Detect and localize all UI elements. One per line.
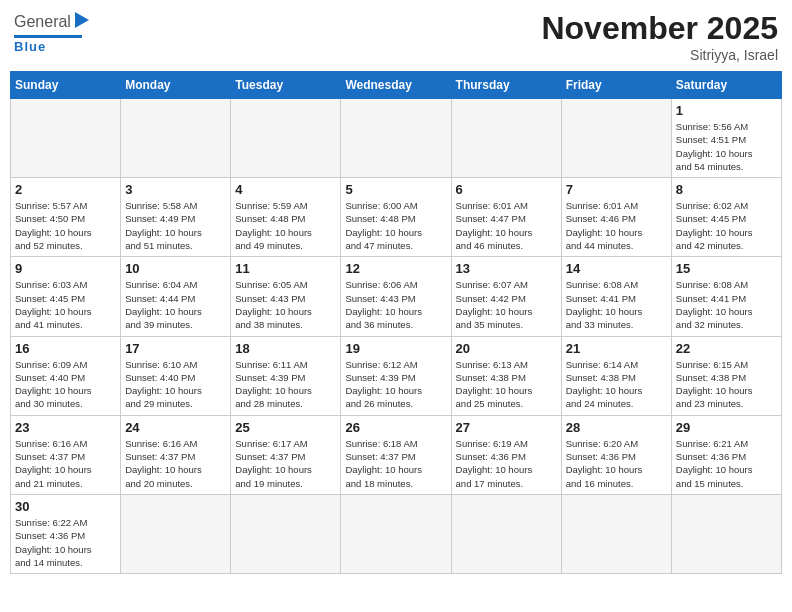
- day-number: 23: [15, 420, 116, 435]
- calendar-day-cell: [121, 99, 231, 178]
- day-number: 10: [125, 261, 226, 276]
- day-number: 16: [15, 341, 116, 356]
- title-section: November 2025 Sitriyya, Israel: [541, 10, 778, 63]
- calendar-header-row: SundayMondayTuesdayWednesdayThursdayFrid…: [11, 72, 782, 99]
- svg-marker-0: [75, 12, 89, 28]
- calendar-week-row: 2Sunrise: 5:57 AM Sunset: 4:50 PM Daylig…: [11, 178, 782, 257]
- day-number: 17: [125, 341, 226, 356]
- calendar-day-cell: 15Sunrise: 6:08 AM Sunset: 4:41 PM Dayli…: [671, 257, 781, 336]
- calendar-week-row: 16Sunrise: 6:09 AM Sunset: 4:40 PM Dayli…: [11, 336, 782, 415]
- day-number: 8: [676, 182, 777, 197]
- day-number: 1: [676, 103, 777, 118]
- day-number: 29: [676, 420, 777, 435]
- calendar-day-cell: 2Sunrise: 5:57 AM Sunset: 4:50 PM Daylig…: [11, 178, 121, 257]
- day-number: 9: [15, 261, 116, 276]
- calendar-day-cell: [671, 494, 781, 573]
- logo-text: General: [14, 13, 71, 31]
- day-info: Sunrise: 6:22 AM Sunset: 4:36 PM Dayligh…: [15, 516, 116, 569]
- calendar-day-cell: [561, 494, 671, 573]
- day-number: 26: [345, 420, 446, 435]
- calendar-day-cell: 30Sunrise: 6:22 AM Sunset: 4:36 PM Dayli…: [11, 494, 121, 573]
- day-number: 6: [456, 182, 557, 197]
- calendar-day-cell: 22Sunrise: 6:15 AM Sunset: 4:38 PM Dayli…: [671, 336, 781, 415]
- calendar-day-cell: 20Sunrise: 6:13 AM Sunset: 4:38 PM Dayli…: [451, 336, 561, 415]
- calendar-day-cell: 24Sunrise: 6:16 AM Sunset: 4:37 PM Dayli…: [121, 415, 231, 494]
- day-info: Sunrise: 6:19 AM Sunset: 4:36 PM Dayligh…: [456, 437, 557, 490]
- day-number: 7: [566, 182, 667, 197]
- day-info: Sunrise: 6:02 AM Sunset: 4:45 PM Dayligh…: [676, 199, 777, 252]
- calendar-week-row: 30Sunrise: 6:22 AM Sunset: 4:36 PM Dayli…: [11, 494, 782, 573]
- day-number: 15: [676, 261, 777, 276]
- day-number: 3: [125, 182, 226, 197]
- day-number: 25: [235, 420, 336, 435]
- calendar-day-cell: 28Sunrise: 6:20 AM Sunset: 4:36 PM Dayli…: [561, 415, 671, 494]
- calendar-day-cell: 26Sunrise: 6:18 AM Sunset: 4:37 PM Dayli…: [341, 415, 451, 494]
- weekday-header: Thursday: [451, 72, 561, 99]
- day-info: Sunrise: 6:07 AM Sunset: 4:42 PM Dayligh…: [456, 278, 557, 331]
- calendar-day-cell: 29Sunrise: 6:21 AM Sunset: 4:36 PM Dayli…: [671, 415, 781, 494]
- calendar-day-cell: [231, 99, 341, 178]
- day-number: 20: [456, 341, 557, 356]
- calendar-day-cell: 7Sunrise: 6:01 AM Sunset: 4:46 PM Daylig…: [561, 178, 671, 257]
- calendar-day-cell: 8Sunrise: 6:02 AM Sunset: 4:45 PM Daylig…: [671, 178, 781, 257]
- day-number: 14: [566, 261, 667, 276]
- day-info: Sunrise: 6:13 AM Sunset: 4:38 PM Dayligh…: [456, 358, 557, 411]
- day-info: Sunrise: 6:20 AM Sunset: 4:36 PM Dayligh…: [566, 437, 667, 490]
- day-info: Sunrise: 6:16 AM Sunset: 4:37 PM Dayligh…: [125, 437, 226, 490]
- calendar-day-cell: 5Sunrise: 6:00 AM Sunset: 4:48 PM Daylig…: [341, 178, 451, 257]
- calendar-day-cell: 1Sunrise: 5:56 AM Sunset: 4:51 PM Daylig…: [671, 99, 781, 178]
- day-info: Sunrise: 5:57 AM Sunset: 4:50 PM Dayligh…: [15, 199, 116, 252]
- logo-arrow-icon: [75, 10, 97, 30]
- calendar-day-cell: 27Sunrise: 6:19 AM Sunset: 4:36 PM Dayli…: [451, 415, 561, 494]
- day-info: Sunrise: 6:06 AM Sunset: 4:43 PM Dayligh…: [345, 278, 446, 331]
- day-number: 24: [125, 420, 226, 435]
- day-info: Sunrise: 6:17 AM Sunset: 4:37 PM Dayligh…: [235, 437, 336, 490]
- calendar-day-cell: 13Sunrise: 6:07 AM Sunset: 4:42 PM Dayli…: [451, 257, 561, 336]
- calendar-day-cell: 17Sunrise: 6:10 AM Sunset: 4:40 PM Dayli…: [121, 336, 231, 415]
- day-number: 30: [15, 499, 116, 514]
- day-number: 4: [235, 182, 336, 197]
- calendar-day-cell: 9Sunrise: 6:03 AM Sunset: 4:45 PM Daylig…: [11, 257, 121, 336]
- calendar-day-cell: 16Sunrise: 6:09 AM Sunset: 4:40 PM Dayli…: [11, 336, 121, 415]
- calendar-week-row: 23Sunrise: 6:16 AM Sunset: 4:37 PM Dayli…: [11, 415, 782, 494]
- calendar-day-cell: [451, 494, 561, 573]
- day-info: Sunrise: 6:00 AM Sunset: 4:48 PM Dayligh…: [345, 199, 446, 252]
- day-info: Sunrise: 6:12 AM Sunset: 4:39 PM Dayligh…: [345, 358, 446, 411]
- calendar-day-cell: 11Sunrise: 6:05 AM Sunset: 4:43 PM Dayli…: [231, 257, 341, 336]
- day-info: Sunrise: 6:18 AM Sunset: 4:37 PM Dayligh…: [345, 437, 446, 490]
- calendar-day-cell: 18Sunrise: 6:11 AM Sunset: 4:39 PM Dayli…: [231, 336, 341, 415]
- day-info: Sunrise: 5:58 AM Sunset: 4:49 PM Dayligh…: [125, 199, 226, 252]
- calendar-day-cell: [561, 99, 671, 178]
- calendar-day-cell: 4Sunrise: 5:59 AM Sunset: 4:48 PM Daylig…: [231, 178, 341, 257]
- logo-underline: [14, 35, 82, 38]
- day-number: 5: [345, 182, 446, 197]
- calendar-day-cell: [451, 99, 561, 178]
- calendar-day-cell: [121, 494, 231, 573]
- calendar-week-row: 9Sunrise: 6:03 AM Sunset: 4:45 PM Daylig…: [11, 257, 782, 336]
- weekday-header: Monday: [121, 72, 231, 99]
- calendar-day-cell: 10Sunrise: 6:04 AM Sunset: 4:44 PM Dayli…: [121, 257, 231, 336]
- calendar-day-cell: 6Sunrise: 6:01 AM Sunset: 4:47 PM Daylig…: [451, 178, 561, 257]
- calendar-week-row: 1Sunrise: 5:56 AM Sunset: 4:51 PM Daylig…: [11, 99, 782, 178]
- calendar-day-cell: [231, 494, 341, 573]
- day-number: 21: [566, 341, 667, 356]
- day-number: 13: [456, 261, 557, 276]
- day-number: 27: [456, 420, 557, 435]
- day-info: Sunrise: 6:10 AM Sunset: 4:40 PM Dayligh…: [125, 358, 226, 411]
- calendar-table: SundayMondayTuesdayWednesdayThursdayFrid…: [10, 71, 782, 574]
- calendar-day-cell: [11, 99, 121, 178]
- day-info: Sunrise: 5:59 AM Sunset: 4:48 PM Dayligh…: [235, 199, 336, 252]
- day-info: Sunrise: 6:09 AM Sunset: 4:40 PM Dayligh…: [15, 358, 116, 411]
- calendar-day-cell: 14Sunrise: 6:08 AM Sunset: 4:41 PM Dayli…: [561, 257, 671, 336]
- day-info: Sunrise: 6:01 AM Sunset: 4:47 PM Dayligh…: [456, 199, 557, 252]
- day-number: 12: [345, 261, 446, 276]
- day-number: 22: [676, 341, 777, 356]
- calendar-day-cell: 19Sunrise: 6:12 AM Sunset: 4:39 PM Dayli…: [341, 336, 451, 415]
- weekday-header: Saturday: [671, 72, 781, 99]
- day-number: 11: [235, 261, 336, 276]
- calendar-day-cell: 21Sunrise: 6:14 AM Sunset: 4:38 PM Dayli…: [561, 336, 671, 415]
- location: Sitriyya, Israel: [541, 47, 778, 63]
- day-number: 19: [345, 341, 446, 356]
- weekday-header: Friday: [561, 72, 671, 99]
- day-info: Sunrise: 6:08 AM Sunset: 4:41 PM Dayligh…: [676, 278, 777, 331]
